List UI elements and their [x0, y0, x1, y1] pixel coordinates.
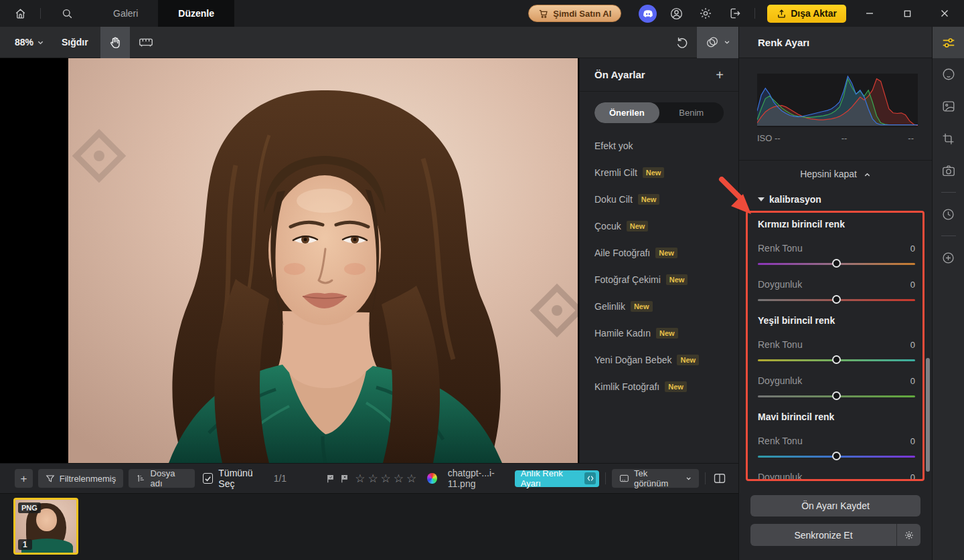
select-all-control[interactable]: Tümünü Seç 1/1	[203, 468, 287, 489]
account-icon[interactable]	[666, 7, 686, 21]
preset-item[interactable]: Fotoğraf ÇekimiNew	[594, 266, 724, 293]
history-tool-button[interactable]	[933, 198, 964, 230]
triangle-down-icon	[758, 197, 765, 201]
star-rating[interactable]: ☆☆☆☆☆	[355, 472, 419, 486]
rail-divider	[941, 192, 956, 193]
shutter-value: --	[908, 133, 914, 143]
slider-knob[interactable]	[832, 355, 841, 364]
sync-button-group: Senkronize Et	[750, 524, 920, 546]
tab-recommended[interactable]: Önerilen	[594, 102, 659, 123]
panel-scrollbar[interactable]	[926, 358, 930, 472]
slider-knob[interactable]	[832, 452, 841, 460]
undo-button[interactable]	[667, 35, 697, 49]
slider-knob[interactable]	[832, 295, 841, 304]
slider-label: Doygunluk	[758, 279, 802, 290]
calibration-sliders: Kırmızı birincil renkRenk Tonu0Doygunluk…	[739, 211, 932, 481]
index-badge: 1	[18, 539, 32, 550]
adjustments-tool-button[interactable]	[933, 27, 964, 58]
edit-toolbar: 88% Sığdır	[0, 27, 738, 58]
background-tool-button[interactable]	[933, 90, 964, 122]
flag-pick-icon[interactable]	[325, 474, 335, 484]
filter-button[interactable]: Filtrelenmemiş	[38, 469, 124, 488]
sort-button[interactable]: Dosya adı	[129, 469, 195, 488]
preset-item[interactable]: GelinlikNew	[594, 293, 724, 320]
close-button[interactable]	[931, 9, 959, 18]
minimize-button[interactable]	[856, 9, 884, 18]
face-icon	[941, 67, 956, 82]
preset-item[interactable]: Yeni Doğan BebekNew	[594, 347, 724, 373]
slider-value: 0	[910, 436, 915, 446]
collapse-all-button[interactable]: Hepsini kapat	[739, 169, 932, 179]
select-all-checkbox[interactable]	[203, 473, 213, 484]
compare-circles-icon	[705, 35, 720, 50]
preset-item[interactable]: ÇocukNew	[594, 213, 724, 240]
bottombar-divider	[605, 472, 606, 484]
portrait-tool-button[interactable]	[933, 58, 964, 90]
add-preset-button[interactable]: +	[716, 68, 724, 82]
calibration-section-header[interactable]: kalibrasyon	[758, 194, 821, 205]
tab-gallery[interactable]: Galeri	[93, 0, 158, 27]
preset-item[interactable]: Doku CiltNew	[594, 186, 724, 213]
slider-label: Renk Tonu	[758, 243, 803, 254]
compare-button[interactable]	[697, 27, 738, 58]
preset-label: Kremli Cilt	[594, 167, 637, 178]
instant-color-button[interactable]: Anlık Renk Ayarı	[515, 470, 599, 487]
new-badge: New	[638, 194, 660, 205]
histogram-section: ISO -- -- --	[739, 58, 932, 161]
ruler-tool-button[interactable]	[131, 27, 161, 58]
camera-tool-button[interactable]	[933, 155, 964, 187]
photo-portrait[interactable]	[68, 58, 578, 463]
slider-value: 0	[910, 280, 915, 290]
preset-item[interactable]: Hamile KadınNew	[594, 320, 724, 347]
preset-item[interactable]: Efekt yok	[594, 132, 724, 159]
maximize-button[interactable]	[893, 9, 921, 18]
flag-reject-icon[interactable]	[339, 474, 349, 484]
new-badge: New	[665, 381, 687, 392]
crop-tool-button[interactable]	[933, 122, 964, 155]
discord-icon[interactable]	[639, 5, 657, 23]
image-icon	[941, 99, 956, 114]
preset-item[interactable]: Aile FotoğrafıNew	[594, 240, 724, 266]
aperture-value: --	[841, 133, 848, 143]
preset-label: Fotoğraf Çekimi	[594, 274, 661, 285]
slider-knob[interactable]	[832, 391, 841, 400]
buy-now-button[interactable]: Şimdi Satın Al	[528, 5, 621, 22]
plus-circle-icon	[941, 251, 955, 265]
settings-gear-icon[interactable]	[696, 7, 716, 20]
split-view-button[interactable]	[713, 472, 726, 484]
sync-settings-button[interactable]	[896, 524, 920, 546]
slider-knob[interactable]	[832, 259, 841, 268]
preset-label: Aile Fotoğrafı	[594, 248, 650, 258]
add-photo-button[interactable]: +	[15, 469, 33, 488]
fit-button[interactable]: Sığdır	[62, 37, 88, 48]
title-bar: Galeri Düzenle Şimdi Satın Al	[0, 0, 964, 27]
zoom-level-control[interactable]: 88%	[15, 37, 44, 48]
view-mode-button[interactable]: Tek görünüm	[612, 469, 699, 488]
color-label-wheel[interactable]	[427, 473, 436, 484]
slider-track[interactable]	[758, 355, 915, 365]
filename-label: chatgpt-...i-11.png	[448, 468, 515, 489]
home-icon[interactable]	[0, 7, 40, 20]
search-icon[interactable]	[41, 7, 93, 20]
slider-track[interactable]	[758, 452, 915, 461]
slider-label: Renk Tonu	[758, 339, 803, 350]
logout-icon[interactable]	[725, 7, 745, 20]
chevron-down-icon	[724, 39, 730, 45]
slider-track[interactable]	[758, 259, 915, 268]
histogram	[757, 74, 918, 127]
preset-item[interactable]: Kremli CiltNew	[594, 159, 724, 186]
new-badge: New	[655, 248, 677, 258]
save-preset-button[interactable]: Ön Ayarı Kaydet	[750, 495, 920, 517]
exif-row: ISO -- -- --	[757, 133, 914, 143]
tab-mine[interactable]: Benim	[659, 102, 724, 123]
slider-track[interactable]	[758, 295, 915, 304]
thumbnail-selected[interactable]: PNG 1	[13, 498, 78, 555]
canvas-area[interactable]	[0, 58, 579, 463]
slider-track[interactable]	[758, 391, 915, 401]
add-panel-button[interactable]	[933, 242, 964, 274]
sync-button[interactable]: Senkronize Et	[750, 524, 896, 546]
tab-edit[interactable]: Düzenle	[158, 0, 234, 27]
preset-item[interactable]: Kimlik FotoğrafıNew	[594, 373, 724, 400]
hand-tool-button[interactable]	[100, 27, 130, 58]
export-button[interactable]: Dışa Aktar	[767, 5, 846, 23]
